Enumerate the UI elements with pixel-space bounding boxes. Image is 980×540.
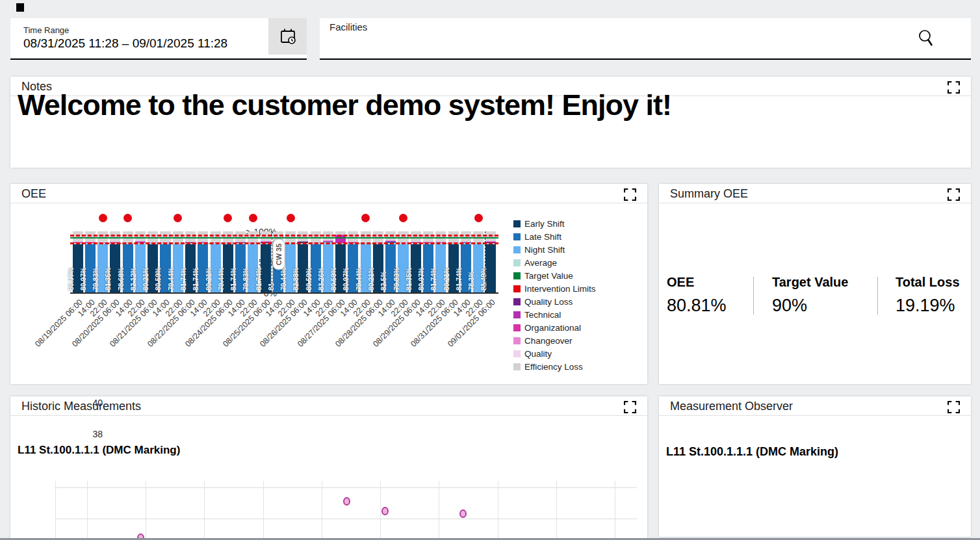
observer-panel-header: Measurement Observer — [659, 396, 971, 416]
oee-bar-value-label: 79.44% — [167, 267, 175, 290]
legend-swatch — [513, 350, 521, 357]
alert-dot-marker — [99, 214, 107, 222]
loss-segment-efficiency[interactable] — [311, 231, 321, 242]
vertical-gridline — [55, 481, 56, 540]
loss-segment-changeover[interactable] — [323, 240, 333, 241]
notes-message: Welcome to the customer demo system! Enj… — [18, 88, 671, 122]
oee-bar-value-label: 79.83% — [92, 267, 99, 290]
legend-swatch — [513, 285, 521, 292]
measurement-point[interactable] — [381, 507, 389, 515]
vertical-gridline — [615, 481, 615, 540]
oee-bar-value-label: 80.21% — [205, 267, 213, 290]
oee-bar-value-label: 83.26% — [317, 267, 325, 290]
legend-item[interactable]: Efficiency Loss — [513, 360, 596, 373]
oee-chart: 80.97%08/19/2025 06:0080.97%14:0079.83%2… — [71, 231, 497, 292]
loss-segment-changeover[interactable] — [298, 241, 308, 242]
loss-segment-efficiency[interactable] — [348, 231, 358, 242]
legend-item[interactable]: Target Value — [513, 269, 596, 282]
loss-segment-efficiency[interactable] — [73, 231, 83, 242]
stat-target-label: Target Value — [772, 275, 848, 290]
stat-target-value: 90% — [772, 296, 848, 316]
oee-expand-icon[interactable] — [624, 188, 637, 201]
legend-item[interactable]: Average — [513, 256, 596, 269]
observer-station-title: L11 St.100.1.1.1 (DMC Marking) — [666, 445, 838, 459]
notes-expand-icon[interactable] — [948, 81, 961, 94]
measurement-point[interactable] — [459, 509, 467, 518]
horizontal-gridline — [55, 519, 637, 519]
search-icon[interactable] — [916, 28, 936, 51]
time-range-value[interactable]: 08/31/2025 11:28 – 09/01/2025 11:28 — [23, 36, 277, 51]
legend-item[interactable]: Organizational — [513, 321, 596, 334]
oee-panel-header: OEE — [10, 184, 647, 203]
stat-divider — [753, 277, 754, 315]
oee-bar-value-label: 81.35% — [405, 267, 413, 290]
legend-item[interactable]: Early Shift — [513, 217, 596, 230]
legend-label: Night Shift — [524, 245, 565, 255]
oee-bar-value-label: 79.83% — [242, 267, 250, 290]
oee-bar-value-label: 78.68% — [117, 267, 125, 290]
loss-segment-technical[interactable] — [323, 240, 333, 242]
oee-bar-value-label: 80.97% — [67, 267, 75, 290]
oee-bar-value-label: 82.5% — [380, 271, 387, 290]
oee-bar-value-label: 80.59% — [329, 267, 337, 290]
oee-bar-value-label: 82.88% — [292, 267, 300, 290]
legend-label: Average — [524, 258, 557, 268]
facilities-label: Facilities — [329, 21, 367, 32]
legend-item[interactable]: Changeover — [513, 334, 596, 347]
legend-swatch — [513, 363, 521, 370]
stat-loss-value: 19.19% — [896, 296, 960, 316]
intervention-limit-line — [70, 235, 498, 237]
legend-item[interactable]: Quality — [513, 347, 596, 360]
vertical-gridline — [498, 481, 498, 540]
oee-panel-title: OEE — [21, 187, 46, 201]
week-boundary-line — [485, 231, 485, 292]
vertical-gridline — [87, 481, 88, 540]
legend-item[interactable]: Night Shift — [513, 243, 596, 256]
facilities-field[interactable]: Facilities — [320, 18, 971, 60]
oee-bar-value-label: 80.21% — [443, 267, 450, 290]
legend-label: Efficiency Loss — [524, 362, 583, 372]
hm-ytick-40: 40 — [64, 398, 103, 408]
vertical-gridline — [380, 481, 381, 540]
loss-segment-efficiency[interactable] — [85, 231, 96, 242]
oee-panel: OEE ≥ 100% 50% 0% 80.97%08/19/2025 06:00… — [10, 184, 647, 384]
historic-expand-icon[interactable] — [624, 400, 637, 413]
legend-item[interactable]: Quality Loss — [513, 295, 596, 308]
stat-oee-label: OEE — [667, 275, 727, 290]
loss-segment-efficiency[interactable] — [461, 231, 471, 242]
measurement-observer-panel: Measurement Observer L11 St.100.1.1.1 (D… — [659, 396, 971, 537]
loss-segment-efficiency[interactable] — [110, 231, 120, 242]
loss-segment-efficiency[interactable] — [185, 231, 196, 242]
measurement-point[interactable] — [343, 497, 350, 506]
legend-item[interactable]: Technical — [513, 308, 596, 321]
legend-swatch — [513, 259, 521, 266]
oee-bar-value-label: 81.49% — [480, 267, 487, 290]
loss-segment-changeover[interactable] — [385, 240, 396, 241]
alert-dot-marker — [361, 214, 370, 222]
legend-label: Quality — [524, 349, 552, 359]
loss-segment-efficiency[interactable] — [435, 231, 446, 242]
time-range-field[interactable]: Time Range 08/31/2025 11:28 – 09/01/2025… — [10, 18, 307, 60]
legend-item[interactable]: Late Shift — [513, 230, 596, 243]
loss-segment-efficiency[interactable] — [160, 231, 170, 242]
stat-oee-value: 80.81% — [667, 296, 727, 316]
alert-dot-marker — [287, 214, 295, 222]
legend-swatch — [513, 233, 521, 240]
oee-bar-value-label: 82.12% — [129, 267, 137, 290]
summary-oee-expand-icon[interactable] — [948, 188, 961, 201]
legend-label: Late Shift — [524, 232, 561, 242]
legend-label: Technical — [524, 310, 561, 320]
loss-segment-efficiency[interactable] — [423, 231, 433, 242]
oee-bar-value-label: 80.97% — [417, 267, 425, 290]
loss-segment-efficiency[interactable] — [235, 231, 246, 242]
loss-segment-efficiency[interactable] — [411, 231, 421, 242]
loss-segment-changeover[interactable] — [261, 241, 271, 242]
loss-segment-changeover[interactable] — [485, 241, 496, 242]
loss-segment-efficiency[interactable] — [198, 231, 208, 242]
alert-dot-marker — [224, 214, 232, 222]
oee-bar-value-label: 80.59% — [305, 267, 313, 290]
calendar-button[interactable] — [268, 18, 307, 55]
observer-expand-icon[interactable] — [948, 400, 961, 413]
legend-item[interactable]: Intervention Limits — [513, 282, 596, 295]
loss-segment-changeover[interactable] — [135, 241, 146, 242]
